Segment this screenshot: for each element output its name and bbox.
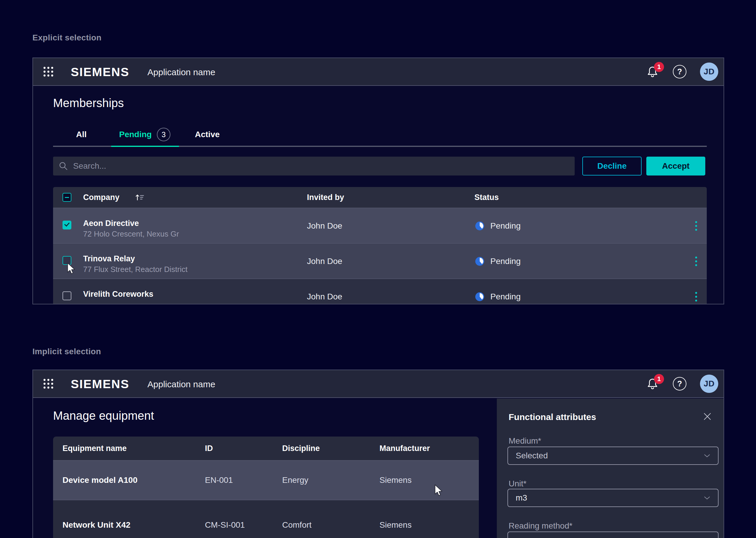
page-title-memberships: Memberships xyxy=(53,96,124,110)
medium-select[interactable]: Selected xyxy=(507,447,719,465)
app-header: SIEMENS Application name 1 ? JD xyxy=(33,370,724,398)
equipment-discipline: Comfort xyxy=(282,500,312,538)
siemens-logo: SIEMENS xyxy=(71,65,129,79)
row-menu-kebab-icon[interactable] xyxy=(690,255,702,267)
page-title-manage-equipment: Manage equipment xyxy=(53,409,154,422)
manage-equipment-window: SIEMENS Application name 1 ? JD Manage e… xyxy=(32,370,724,538)
chevron-down-icon xyxy=(704,496,710,500)
tab-all[interactable]: All xyxy=(76,130,87,139)
column-header-status: Status xyxy=(475,193,499,202)
equipment-manufacturer: Siemens xyxy=(379,500,412,538)
membership-row-aeon-directive[interactable]: Aeon Directive 72 Holo Crescent, Nexus G… xyxy=(53,208,707,243)
section-label-implicit: Implicit selection xyxy=(32,347,101,356)
membership-row-virelith-coreworks[interactable]: Virelith Coreworks John Doe Pending xyxy=(53,278,707,304)
search-icon xyxy=(58,161,69,171)
help-button[interactable]: ? xyxy=(673,65,686,79)
status-value: Pending xyxy=(490,221,521,231)
application-name: Application name xyxy=(147,67,215,77)
active-tab-indicator xyxy=(111,146,179,147)
tab-pending-count-badge: 3 xyxy=(157,128,171,141)
column-header-id: ID xyxy=(205,444,213,453)
siemens-logo: SIEMENS xyxy=(71,377,129,391)
notification-badge: 1 xyxy=(654,62,664,72)
company-name: Virelith Coreworks xyxy=(83,290,153,299)
status-value: Pending xyxy=(490,292,521,301)
app-switcher-icon[interactable] xyxy=(42,378,54,390)
close-icon[interactable] xyxy=(702,411,712,421)
functional-attributes-panel: Functional attributes Medium* Selected U… xyxy=(497,399,724,538)
equipment-table: Equipment name ID Discipline Manufacture… xyxy=(53,437,479,538)
status-pending-icon xyxy=(475,292,485,302)
user-avatar[interactable]: JD xyxy=(700,63,718,81)
equipment-id: EN-001 xyxy=(205,461,233,500)
column-header-manufacturer: Manufacturer xyxy=(379,444,430,453)
equipment-table-header: Equipment name ID Discipline Manufacture… xyxy=(53,437,479,460)
invited-by-value: John Doe xyxy=(307,292,342,301)
app-header: SIEMENS Application name 1 ? JD xyxy=(33,58,724,86)
section-label-explicit: Explicit selection xyxy=(32,33,101,42)
equipment-discipline: Energy xyxy=(282,461,308,500)
reading-method-field-label: Reading method* xyxy=(509,521,572,531)
application-name: Application name xyxy=(147,379,215,389)
company-name: Aeon Directive xyxy=(83,219,139,228)
medium-field-label: Medium* xyxy=(509,436,541,446)
help-button[interactable]: ? xyxy=(673,377,686,391)
column-header-invited-by: Invited by xyxy=(307,193,344,202)
notification-badge: 1 xyxy=(654,374,664,384)
select-all-checkbox[interactable] xyxy=(63,193,71,202)
equipment-name: Device model A100 xyxy=(63,461,137,500)
status-pending-icon xyxy=(475,221,485,231)
accept-button[interactable]: Accept xyxy=(646,157,705,176)
row-checkbox-checked[interactable] xyxy=(63,221,71,230)
unit-select[interactable]: m3 xyxy=(507,489,719,507)
row-checkbox-unchecked[interactable] xyxy=(63,292,71,300)
company-address: 72 Holo Crescent, Nexus Gr xyxy=(83,230,179,239)
row-menu-kebab-icon[interactable] xyxy=(690,291,702,303)
equipment-id: CM-SI-001 xyxy=(205,500,245,538)
equipment-row-network-unit-x42[interactable]: Network Unit X42 CM-SI-001 Comfort Sieme… xyxy=(53,500,479,538)
column-header-discipline: Discipline xyxy=(282,444,320,453)
decline-button[interactable]: Decline xyxy=(582,157,642,176)
status-value: Pending xyxy=(490,257,521,266)
status-pending-icon xyxy=(475,256,485,267)
row-menu-kebab-icon[interactable] xyxy=(690,220,702,232)
equipment-row-device-model-a100[interactable]: Device model A100 EN-001 Energy Siemens xyxy=(53,460,479,500)
equipment-manufacturer: Siemens xyxy=(379,461,412,500)
notifications-button[interactable]: 1 xyxy=(646,65,659,79)
chevron-down-icon xyxy=(704,454,710,457)
search-box[interactable] xyxy=(53,157,575,176)
memberships-table-header: Company Invited by Status xyxy=(53,187,707,208)
invited-by-value: John Doe xyxy=(307,257,342,266)
company-address: 77 Flux Street, Reactor District xyxy=(83,265,187,274)
row-checkbox-hover[interactable] xyxy=(63,256,71,265)
user-avatar[interactable]: JD xyxy=(700,375,718,393)
tab-pending[interactable]: Pending xyxy=(119,130,152,139)
column-header-company[interactable]: Company xyxy=(83,193,120,202)
column-header-equipment-name: Equipment name xyxy=(63,444,127,453)
search-input[interactable] xyxy=(73,161,569,171)
membership-row-trinova-relay[interactable]: Trinova Relay 77 Flux Street, Reactor Di… xyxy=(53,243,707,278)
memberships-window: SIEMENS Application name 1 ? JD Membersh… xyxy=(32,58,724,304)
invited-by-value: John Doe xyxy=(307,221,342,231)
app-switcher-icon[interactable] xyxy=(42,66,54,78)
medium-select-value: Selected xyxy=(516,451,548,460)
company-name: Trinova Relay xyxy=(83,254,135,263)
unit-select-value: m3 xyxy=(516,493,527,503)
panel-title: Functional attributes xyxy=(509,412,596,422)
tab-active[interactable]: Active xyxy=(195,130,220,139)
memberships-table: Company Invited by Status Aeon Directive… xyxy=(53,187,707,304)
sort-ascending-icon[interactable] xyxy=(135,193,145,202)
equipment-name: Network Unit X42 xyxy=(63,500,130,538)
reading-method-select[interactable] xyxy=(507,531,719,538)
unit-field-label: Unit* xyxy=(509,479,527,488)
notifications-button[interactable]: 1 xyxy=(646,377,659,391)
